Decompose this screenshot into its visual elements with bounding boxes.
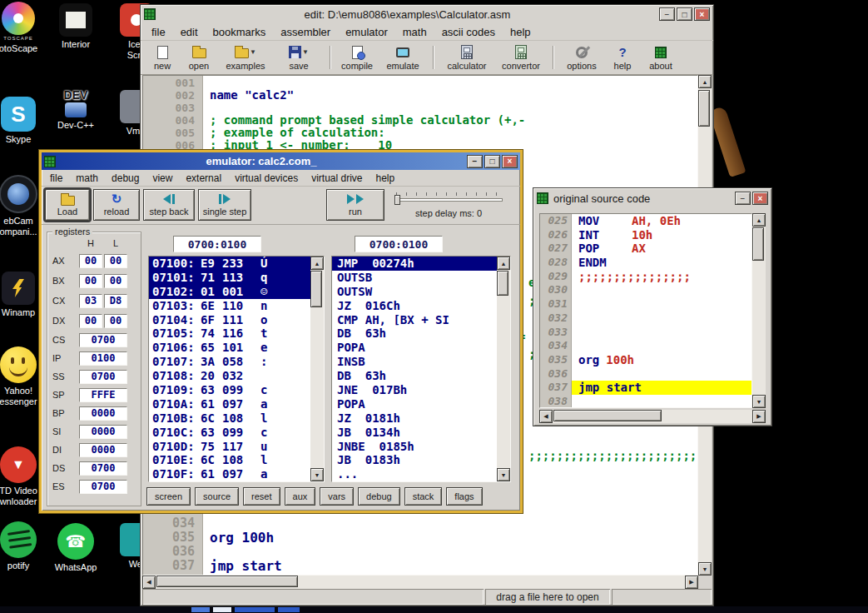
register-low-value[interactable]: 00 (104, 254, 127, 268)
disassembly-row[interactable]: DB 63h (332, 326, 497, 341)
menu-item[interactable]: file (43, 172, 69, 184)
menu-item[interactable]: virtual drive (305, 172, 369, 184)
desktop-icon-devcpp[interactable]: DEV Dev-C++ (44, 88, 107, 131)
scroll-left-arrow[interactable] (142, 576, 156, 589)
memory-row[interactable]: 0710B: 6C 108 l (149, 411, 310, 426)
register-high-value[interactable]: 03 (79, 294, 102, 308)
scrollbar-thumb[interactable] (156, 576, 298, 587)
taskbar-item[interactable] (213, 607, 231, 612)
minimize-button[interactable] (735, 192, 751, 205)
memory-list[interactable]: 07100: E9 233 Ú 07101: 71 113 q 07102: 0… (148, 256, 325, 482)
source-line[interactable]: 030 (540, 283, 751, 297)
source-line[interactable]: 036 (540, 367, 751, 381)
register-low-value[interactable]: D8 (104, 294, 127, 308)
disassembly-row[interactable]: JZ 016Ch (332, 299, 497, 313)
memory-row[interactable]: 07107: 3A 058 : (149, 355, 310, 369)
scrollbar-thumb[interactable] (310, 271, 322, 307)
scroll-right-arrow[interactable] (685, 576, 698, 589)
source-horizontal-scrollbar[interactable] (539, 410, 766, 423)
emulator-panel-button[interactable]: vars (320, 487, 354, 506)
memory-row[interactable]: 07103: 6E 110 n (149, 299, 310, 313)
editor-horizontal-scrollbar[interactable] (142, 576, 698, 589)
scroll-up-arrow[interactable] (310, 257, 324, 270)
minimize-button[interactable] (467, 155, 483, 168)
menu-item[interactable]: debug (105, 172, 146, 184)
register-low-value[interactable]: 00 (104, 274, 127, 288)
menu-item[interactable]: file (144, 26, 173, 38)
disassembly-scrollbar[interactable] (497, 257, 510, 481)
compile-button[interactable]: compile (337, 42, 377, 72)
scrollbar-thumb[interactable] (497, 271, 508, 296)
memory-scrollbar[interactable] (310, 257, 324, 481)
register-value[interactable]: 0000 (79, 425, 127, 439)
source-line[interactable]: 034 (540, 339, 751, 353)
memory-row[interactable]: 07101: 71 113 q (149, 271, 310, 285)
register-value[interactable]: 0000 (79, 406, 127, 421)
close-button[interactable] (502, 155, 518, 168)
desktop-icon-spotify[interactable]: potify (0, 521, 50, 571)
memory-row[interactable]: 0710F: 61 097 a (149, 467, 310, 481)
single-step-button[interactable]: single step (198, 189, 251, 221)
reload-button[interactable]: reload (93, 189, 140, 221)
disassembly-row[interactable]: INSB (332, 355, 497, 369)
disassembly-row[interactable]: ... (332, 467, 497, 481)
scroll-up-arrow[interactable] (752, 213, 766, 227)
taskbar-item[interactable] (235, 607, 275, 612)
source-line[interactable]: 027 POP AX (540, 242, 751, 256)
emulator-panel-button[interactable]: source (195, 487, 239, 506)
options-button[interactable]: options (560, 42, 603, 72)
emulator-panel-button[interactable]: flags (446, 487, 482, 506)
scroll-up-arrow[interactable] (698, 75, 712, 88)
desktop-icon-whatsapp[interactable]: ☎ WhatsApp (44, 523, 107, 573)
disassembly-row[interactable]: JNE 017Bh (332, 383, 497, 397)
slider-thumb[interactable] (394, 195, 400, 205)
menu-item[interactable]: ascii codes (434, 26, 503, 38)
minimize-button[interactable] (659, 7, 675, 21)
disassembly-row[interactable]: DB 63h (332, 369, 497, 383)
register-low-value[interactable]: 00 (104, 314, 127, 328)
source-line[interactable]: 028 ENDM (540, 256, 751, 270)
emulate-button[interactable]: emulate (379, 42, 427, 72)
memory-row[interactable]: 0710A: 61 097 a (149, 397, 310, 411)
disassembly-address-field[interactable]: 0700:0100 (355, 236, 443, 252)
disassembly-row[interactable]: JNBE 0185h (332, 440, 497, 454)
register-value[interactable]: 0000 (79, 443, 127, 457)
disassembly-row[interactable]: POPA (332, 397, 497, 411)
register-value[interactable]: 0700 (79, 480, 127, 494)
scroll-up-arrow[interactable] (497, 257, 510, 270)
maximize-button[interactable] (677, 7, 692, 21)
register-high-value[interactable]: 00 (79, 274, 102, 288)
menu-item[interactable]: external (179, 172, 228, 184)
step-back-button[interactable]: step back (143, 189, 195, 221)
emulator-panel-button[interactable]: screen (146, 487, 191, 506)
maximize-button[interactable] (484, 155, 500, 168)
scroll-down-arrow[interactable] (752, 395, 766, 408)
register-value[interactable]: FFFE (79, 388, 127, 402)
register-value[interactable]: 0700 (79, 333, 127, 347)
scrollbar-thumb[interactable] (553, 410, 662, 421)
source-line[interactable]: 033 (540, 326, 751, 340)
menu-item[interactable]: bookmarks (206, 26, 274, 38)
load-button[interactable]: Load (45, 189, 90, 221)
memory-row[interactable]: 07100: E9 233 Ú (149, 257, 310, 271)
examples-button[interactable]: ▼ examples (219, 42, 272, 72)
disassembly-row[interactable]: JB 0134h (332, 426, 497, 440)
menu-item[interactable]: emulator (338, 26, 395, 38)
menu-item[interactable]: math (395, 26, 434, 38)
disassembly-row[interactable]: JZ 0181h (332, 411, 497, 426)
convertor-button[interactable]: convertor (495, 42, 547, 72)
source-line[interactable]: 035 org 100h (540, 353, 751, 367)
disassembly-row[interactable]: JB 0183h (332, 453, 497, 467)
menu-item[interactable]: virtual devices (228, 172, 305, 184)
about-button[interactable]: about (642, 42, 680, 72)
desktop-icon-photoscape[interactable]: TOSCAPE otoScape (0, 2, 50, 54)
memory-row[interactable]: 07104: 6F 111 o (149, 313, 310, 327)
register-high-value[interactable]: 00 (79, 254, 102, 268)
memory-row[interactable]: 0710D: 75 117 u (149, 440, 310, 454)
save-button[interactable]: ▼ save (274, 42, 324, 72)
register-high-value[interactable]: 00 (79, 314, 102, 328)
disassembly-list[interactable]: JMP 00274h OUTSB OUTSW JZ 016Ch CMP AH, … (331, 256, 511, 482)
scroll-right-arrow[interactable] (752, 410, 766, 423)
run-button[interactable]: run (326, 189, 384, 221)
desktop-icon-interior[interactable]: Interior (44, 3, 107, 50)
